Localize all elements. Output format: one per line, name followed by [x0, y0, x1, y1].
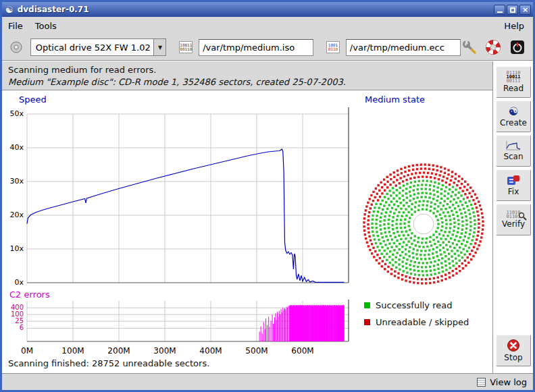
c2-errors-chart-svg	[5, 297, 351, 348]
speed-y-tick: 50x	[5, 109, 24, 118]
maximize-icon	[510, 7, 515, 13]
create-button-label: Create	[500, 118, 527, 128]
verify-button[interactable]: 1101001101 Verify	[496, 204, 531, 235]
ecc-path-input[interactable]	[346, 39, 461, 56]
drive-selector[interactable]: Optical drive 52X FW 1.02 ▼	[30, 38, 167, 56]
x-axis-tick: 300M	[148, 346, 182, 356]
stop-button[interactable]: Stop	[496, 335, 531, 366]
speed-y-tick: 30x	[5, 177, 24, 186]
yin-yang-icon: ☯	[508, 106, 518, 117]
verify-icon: 1101001101	[506, 211, 520, 219]
medium-state-title: Medium state	[365, 94, 425, 105]
view-log-label: View log	[490, 377, 527, 387]
titlebar[interactable]: ☯ dvdisaster-0.71 ×	[2, 2, 533, 17]
fix-button[interactable]: Fix	[496, 169, 531, 201]
legend-label-read: Successfully read	[376, 300, 452, 310]
quit-button[interactable]	[509, 38, 526, 56]
action-sidebar: 011101001100111 Read ☯ Create Scan Fix	[492, 61, 533, 373]
preferences-button[interactable]	[461, 38, 478, 56]
scan-graph-icon	[505, 140, 521, 151]
chevron-down-icon: ▼	[153, 39, 165, 55]
x-axis-tick: 400M	[194, 346, 228, 356]
legend-label-unreadable: Unreadable / skipped	[376, 317, 469, 327]
lifebuoy-logo-icon	[486, 40, 501, 55]
ecc-file-icon-button[interactable]: 10010110	[324, 38, 342, 56]
stop-button-label: Stop	[504, 353, 522, 362]
footer-bar: View log	[2, 373, 533, 390]
x-axis-tick: 100M	[56, 346, 90, 356]
iso-path-input[interactable]	[199, 39, 313, 56]
window-title: dvdisaster-0.71	[18, 5, 89, 14]
status-line2: Medium "Example disc": CD-R mode 1, 3524…	[8, 76, 492, 88]
toolbar: Optical drive 52X FW 1.02 ▼ 1001100110 1…	[2, 34, 533, 60]
medium-state-disc	[358, 159, 489, 289]
scan-button[interactable]: Scan	[496, 135, 531, 167]
menu-file[interactable]: File	[2, 19, 29, 33]
speed-chart-title: Speed	[19, 94, 47, 105]
close-icon: ×	[520, 5, 530, 14]
window-controls: ×	[494, 5, 531, 15]
create-button[interactable]: ☯ Create	[496, 101, 531, 132]
chart-panel: Speed 0x10x20x30x40x50x C2 errors 400100…	[2, 91, 492, 373]
legend-item-unreadable: Unreadable / skipped	[364, 314, 469, 331]
c2-errors-chart: 400100256	[5, 297, 351, 348]
speed-y-tick: 0x	[5, 278, 24, 287]
verify-button-label: Verify	[502, 219, 525, 229]
status-line1: Scanning medium for read errors.	[8, 64, 492, 76]
read-icon: 011101001100111	[506, 71, 520, 83]
x-axis-tick: 200M	[102, 346, 136, 356]
read-button-label: Read	[503, 84, 524, 93]
app-window: ☯ dvdisaster-0.71 × File Tools Help Opti…	[0, 0, 535, 392]
wrench-icon	[462, 40, 477, 55]
x-axis-labels: 0M100M200M300M400M500M600M	[2, 346, 492, 357]
about-button[interactable]	[485, 38, 503, 56]
magnifier-icon	[518, 212, 527, 221]
fix-button-label: Fix	[508, 187, 519, 196]
x-axis-tick: 600M	[286, 346, 320, 356]
stop-icon	[507, 339, 520, 352]
x-axis-tick: 0M	[10, 346, 44, 356]
fix-puzzle-icon	[506, 174, 521, 186]
read-button[interactable]: 011101001100111 Read	[496, 66, 531, 98]
menubar: File Tools Help	[2, 17, 533, 34]
red-swatch	[364, 319, 370, 325]
green-swatch	[364, 302, 370, 308]
iso-file-icon-button[interactable]: 1001100110	[177, 38, 195, 56]
drive-icon-button[interactable]	[7, 38, 25, 56]
minimize-icon	[497, 11, 503, 13]
speed-y-tick: 10x	[5, 244, 24, 253]
menu-help[interactable]: Help	[498, 19, 530, 33]
menu-tools[interactable]: Tools	[29, 19, 63, 33]
medium-state-legend: Successfully read Unreadable / skipped	[364, 297, 469, 331]
scan-result-text: Scanning finished: 28752 unreadable sect…	[8, 358, 209, 368]
speed-chart-svg	[5, 106, 351, 292]
speed-y-tick: 20x	[5, 211, 24, 219]
scan-button-label: Scan	[503, 152, 523, 161]
close-button[interactable]: ×	[519, 5, 531, 15]
c2-y-tick: 6	[5, 324, 24, 331]
log-icon	[477, 378, 486, 387]
power-icon	[510, 40, 525, 55]
app-icon: ☯	[5, 5, 14, 14]
drive-selector-value: Optical drive 52X FW 1.02	[31, 43, 154, 53]
view-log-button[interactable]: View log	[477, 377, 527, 387]
ecc-file-icon: 10010110	[326, 41, 340, 53]
minimize-button[interactable]	[494, 5, 505, 15]
status-area: Scanning medium for read errors. Medium …	[2, 61, 492, 90]
speed-y-tick: 40x	[5, 143, 24, 152]
x-axis-tick: 500M	[240, 346, 274, 356]
legend-item-read: Successfully read	[364, 297, 469, 314]
disc-icon	[9, 40, 23, 54]
iso-file-icon: 1001100110	[179, 41, 193, 53]
maximize-button[interactable]	[507, 5, 518, 15]
speed-chart: 0x10x20x30x40x50x	[5, 106, 351, 292]
